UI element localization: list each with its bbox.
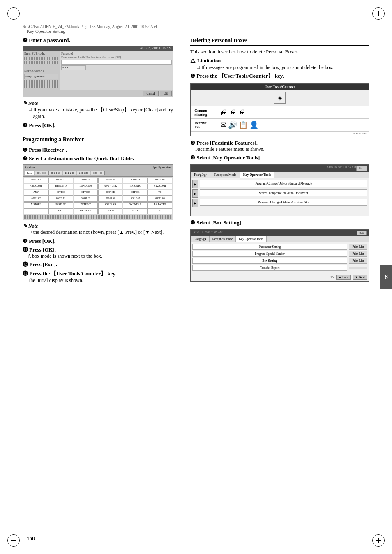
qdial-cell[interactable]: 00015 03: [24, 178, 48, 183]
qdial-tab-081[interactable]: 081-160: [48, 171, 62, 175]
qdial-cell[interactable]: ANY: [24, 190, 48, 196]
qdial-cell[interactable]: X STORE: [24, 202, 48, 208]
qdial-cell[interactable]: TORONTO: [123, 184, 147, 189]
step3-recv-block: ❸ Press [OK].: [23, 238, 173, 245]
bs-tab-fax[interactable]: Fax/g3/g4: [191, 236, 209, 242]
deleting-intro: This section describes how to delete Per…: [190, 49, 369, 55]
qdial-cell[interactable]: BERLIN O: [48, 184, 73, 189]
step2-del-block: ❷ Press [Facsimile Features]. Facsimile …: [190, 140, 369, 152]
step11-block: ⓫ Press [OK]. A box mode is shown next t…: [23, 247, 173, 259]
recv-icon-4[interactable]: 👤: [249, 120, 258, 129]
comm-icon-3[interactable]: 🖨: [238, 108, 246, 117]
qdial-cell[interactable]: 00062 13: [48, 196, 73, 202]
limitation-icon: ⚠: [190, 58, 196, 65]
qdial-cell[interactable]: TO: [148, 190, 172, 196]
qdial-cell[interactable]: ABC COMP: [24, 184, 48, 189]
pass-input-field[interactable]: [61, 60, 172, 65]
qdial-cell[interactable]: LA FACTO: [148, 202, 172, 208]
qdial-cell[interactable]: 00085 05: [74, 178, 98, 183]
bs-row-1: Parameter Setting Print List: [192, 244, 367, 250]
pass-cancel-btn[interactable]: Cancel: [143, 91, 159, 96]
bs-item-transfer[interactable]: Transfer Report: [192, 265, 347, 271]
qdial-tab-321[interactable]: 321-400: [91, 171, 104, 175]
bs-print-4: [349, 267, 367, 269]
qdial-tab-001[interactable]: 001-080: [35, 171, 48, 175]
qdial-cell[interactable]: OFFICE: [123, 190, 147, 196]
qdial-cell[interactable]: LONDON 0: [74, 184, 98, 189]
ko-menu-item-1[interactable]: Program/Change/Delete Standard Message: [200, 180, 367, 187]
right-column: Deleting Personal Boxes This section des…: [182, 37, 369, 529]
content-area: ❷ Enter a password. AUG 19, 2002 11:05 A…: [23, 37, 369, 529]
recv-icon-1[interactable]: ✉: [220, 120, 226, 129]
step2-del-text: Facsimile Features menu is shown.: [190, 146, 369, 152]
ko-tab-reception[interactable]: Reception Mode: [211, 172, 240, 178]
qdial-cell[interactable]: 00065 01: [48, 178, 73, 183]
corner-bl: [7, 534, 20, 547]
qdial-row-5: X STORE PARIS OF DETROIT ZXI FRAN SYDNEY…: [24, 202, 172, 208]
bs-print-1[interactable]: Print List: [349, 244, 367, 250]
qdial-cell[interactable]: OFFICE: [98, 190, 122, 196]
ko-exit-btn[interactable]: Exit: [356, 166, 367, 171]
bs-item-parameter[interactable]: Parameter Setting: [192, 244, 347, 250]
comm-icon-1[interactable]: 🖨: [220, 108, 228, 117]
qdial-cell[interactable]: DETROIT: [74, 202, 98, 208]
ko-item-4: ▶: [192, 208, 367, 214]
pass-screen-header: AUG 19, 2002 11:05 AM: [23, 46, 173, 51]
bs-prev-btn[interactable]: ▲ Prev.: [336, 275, 351, 280]
qdial-cell[interactable]: 00012 03: [148, 196, 172, 202]
bs-row-2: Program Special Sender Print List: [192, 251, 367, 257]
qdial-cell[interactable]: 00095 03: [148, 178, 172, 183]
step3-del-block: ❸ Select [Key Operator Tools].: [190, 155, 369, 161]
qdial-tab-freq[interactable]: Freq: [25, 171, 34, 175]
bs-print-3[interactable]: Print List: [349, 258, 367, 264]
ko-tab-key-operator[interactable]: Key Operator Tools: [240, 172, 274, 178]
bs-time: AUG 19, 2001 11:05 AM: [193, 231, 223, 235]
qdial-tab-241[interactable]: 241-320: [77, 171, 90, 175]
qdial-row-6: FICE FACTORY CISCO FFICE RY: [24, 208, 172, 214]
bs-row-3: Box Setting Print List: [192, 258, 367, 264]
limitation-box: ⚠ Limitation If messages are programmed …: [190, 58, 369, 71]
qdial-cell[interactable]: SYDNEY 0: [123, 202, 147, 208]
qdial-cell[interactable]: 00012 02: [24, 196, 48, 202]
step2-block: ❷ Enter a password. AUG 19, 2002 11:05 A…: [23, 37, 173, 97]
bs-item-program[interactable]: Program Special Sender: [192, 251, 347, 257]
bs-print-2[interactable]: Print List: [349, 251, 367, 257]
limitation-text: If messages are programmed in the box, y…: [190, 65, 369, 71]
bs-tab-key-operator[interactable]: Key Operator Tools: [236, 236, 266, 242]
bs-item-box[interactable]: Box Setting: [192, 258, 347, 264]
step11-label: ⓫ Press [OK].: [23, 247, 173, 253]
side-tab-8: 8: [380, 265, 392, 289]
qdial-cell[interactable]: 00100 86: [98, 178, 122, 183]
qdial-cell[interactable]: 00091 62: [74, 196, 98, 202]
qdial-header: Receiver Specify receiver: [23, 165, 173, 170]
pass-left-panel: Enter SUB code: DEF COMPANY Not programm…: [23, 51, 60, 90]
comm-icon-2[interactable]: 🖨: [229, 108, 237, 117]
qdial-tab-161[interactable]: 161-240: [63, 171, 76, 175]
qdial-cell[interactable]: ZXI FRAN: [98, 202, 122, 208]
qdial-cell[interactable]: 00012 62: [123, 196, 147, 202]
ko-menu-item-3[interactable]: Program/Change/Delete Box Scan Stte: [200, 199, 367, 206]
bs-next-btn[interactable]: ▼ Next: [353, 275, 367, 280]
qdial-cell[interactable]: 00019 62: [98, 196, 122, 202]
note1-text: If you make a mistake, press the 【Clear/…: [23, 106, 173, 120]
qdial-cell: FACTORY: [74, 208, 98, 214]
qdial-cell[interactable]: OFFICE: [74, 190, 98, 196]
ut-icon-area: ◈: [191, 90, 369, 106]
step1-del-label: ❶ Press the 【User Tools/Counter】 key.: [190, 72, 369, 80]
recv-icon-3[interactable]: 📋: [239, 120, 248, 129]
qdial-cell[interactable]: OFFICE: [48, 190, 73, 196]
ko-menu-item-2[interactable]: Store/Change/Delete Auto Document: [200, 189, 367, 196]
bs-exit-btn[interactable]: Exit: [357, 231, 367, 235]
ut-communicating-label: Commu-nicating: [194, 108, 217, 117]
step12-block: ⓬ Press [Exit].: [23, 261, 173, 268]
qdial-cell[interactable]: PARIS OF: [48, 202, 73, 208]
pass-stripe: [24, 57, 58, 60]
recv-icon-2[interactable]: 🔊: [228, 120, 237, 129]
pass-ok-btn[interactable]: OK: [160, 91, 172, 96]
qdial-cell[interactable]: NEW YORK: [98, 184, 122, 189]
ut-icon: ◈: [274, 92, 286, 104]
ko-tab-fax[interactable]: Fax/g3/g4: [191, 172, 211, 178]
qdial-cell[interactable]: 00095 88: [123, 178, 147, 183]
bs-tab-reception[interactable]: Reception Mode: [210, 236, 236, 242]
qdial-cell[interactable]: XYZ COML: [148, 184, 172, 189]
